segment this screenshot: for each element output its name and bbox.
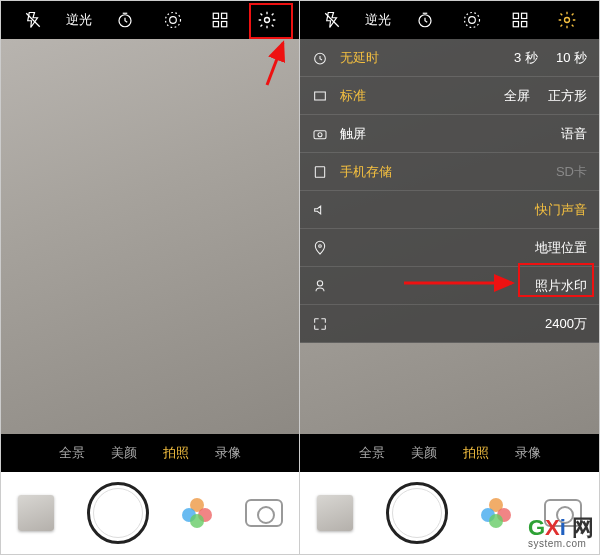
svg-rect-20	[315, 92, 326, 100]
timer-icon[interactable]	[411, 6, 439, 34]
svg-point-3	[165, 13, 180, 28]
mode-beauty[interactable]: 美颜	[111, 444, 137, 462]
location-icon	[308, 240, 332, 256]
settings-row-location[interactable]: 地理位置	[300, 229, 599, 267]
mode-video[interactable]: 录像	[515, 444, 541, 462]
aspect-grid-icon[interactable]	[206, 6, 234, 34]
svg-rect-6	[213, 22, 218, 27]
aspect-grid-icon[interactable]	[506, 6, 534, 34]
svg-point-18	[565, 18, 570, 23]
svg-point-25	[317, 280, 322, 285]
right-screenshot: 逆光 无延时 3 秒 10 秒 标准 全屏 正方形	[300, 0, 600, 555]
settings-gear-icon[interactable]	[253, 6, 281, 34]
aspect-option-full[interactable]: 全屏	[504, 87, 530, 105]
mode-video[interactable]: 录像	[215, 444, 241, 462]
settings-row-watermark[interactable]: 照片水印	[300, 267, 599, 305]
svg-point-13	[465, 13, 480, 28]
shutter-button[interactable]	[386, 482, 448, 544]
resolution-label: 2400万	[332, 315, 587, 333]
svg-point-24	[319, 244, 322, 247]
mode-photo[interactable]: 拍照	[163, 444, 189, 462]
storage-option-sd[interactable]: SD卡	[556, 163, 587, 181]
settings-row-storage[interactable]: 手机存储 SD卡	[300, 153, 599, 191]
settings-row-resolution[interactable]: 2400万	[300, 305, 599, 343]
flash-off-icon[interactable]	[318, 6, 346, 34]
svg-point-12	[469, 17, 476, 24]
resolution-icon	[308, 316, 332, 332]
camera-viewport	[1, 39, 299, 434]
aspect-option-square[interactable]: 正方形	[548, 87, 587, 105]
watermark-label: 照片水印	[332, 277, 587, 295]
settings-row-touch[interactable]: 触屏 语音	[300, 115, 599, 153]
filters-button[interactable]	[182, 498, 212, 528]
settings-panel: 无延时 3 秒 10 秒 标准 全屏 正方形 触屏 语音 手机存储	[300, 39, 599, 343]
live-photo-icon[interactable]	[159, 6, 187, 34]
storage-icon	[308, 164, 332, 180]
svg-rect-17	[521, 22, 526, 27]
mode-panorama[interactable]: 全景	[359, 444, 385, 462]
mode-photo[interactable]: 拍照	[463, 444, 489, 462]
wm-letter-x: X	[545, 515, 560, 540]
camera-top-bar: 逆光	[300, 1, 599, 39]
svg-rect-4	[213, 13, 218, 18]
svg-rect-5	[221, 13, 226, 18]
shutter-button[interactable]	[87, 482, 149, 544]
svg-point-2	[169, 17, 176, 24]
svg-rect-23	[315, 166, 324, 177]
mode-beauty[interactable]: 美颜	[411, 444, 437, 462]
svg-rect-14	[513, 13, 518, 18]
timer-option-3s[interactable]: 3 秒	[514, 49, 538, 67]
switch-camera-button[interactable]	[245, 499, 283, 527]
backlight-toggle[interactable]: 逆光	[66, 11, 92, 29]
live-photo-icon[interactable]	[458, 6, 486, 34]
touch-option-touch[interactable]: 触屏	[340, 125, 366, 143]
aspect-option-standard[interactable]: 标准	[340, 87, 366, 105]
svg-rect-15	[521, 13, 526, 18]
bottom-bar	[1, 472, 299, 554]
settings-row-aspect[interactable]: 标准 全屏 正方形	[300, 77, 599, 115]
site-watermark: GXi 网 system.com	[528, 517, 594, 549]
wm-letter-g: G	[528, 515, 545, 540]
touch-option-voice[interactable]: 语音	[561, 125, 587, 143]
settings-gear-icon[interactable]	[553, 6, 581, 34]
aspect-icon	[308, 88, 332, 104]
wm-letter-i: i	[560, 515, 566, 540]
wm-site-suffix: 网	[572, 515, 594, 540]
gallery-thumbnail[interactable]	[18, 495, 54, 531]
mode-bar: 全景 美颜 拍照 录像	[300, 434, 599, 472]
wm-subdomain: system.com	[528, 539, 594, 549]
filters-button[interactable]	[481, 498, 511, 528]
camera-top-bar: 逆光	[1, 1, 299, 39]
mode-bar: 全景 美颜 拍照 录像	[1, 434, 299, 472]
storage-option-phone[interactable]: 手机存储	[340, 163, 392, 181]
shutter-sound-label: 快门声音	[332, 201, 587, 219]
svg-point-8	[265, 18, 270, 23]
svg-rect-16	[513, 22, 518, 27]
flash-off-icon[interactable]	[19, 6, 47, 34]
settings-row-shutter-sound[interactable]: 快门声音	[300, 191, 599, 229]
left-screenshot: 逆光 全景 美颜 拍照 录像	[0, 0, 300, 555]
svg-rect-21	[314, 130, 326, 138]
svg-rect-7	[221, 22, 226, 27]
camera-icon	[308, 126, 332, 142]
timer-icon	[308, 50, 332, 66]
sound-icon	[308, 202, 332, 218]
watermark-icon	[308, 278, 332, 294]
gallery-thumbnail[interactable]	[317, 495, 353, 531]
settings-row-timer[interactable]: 无延时 3 秒 10 秒	[300, 39, 599, 77]
timer-option-10s[interactable]: 10 秒	[556, 49, 587, 67]
location-label: 地理位置	[332, 239, 587, 257]
timer-option-none[interactable]: 无延时	[340, 49, 379, 67]
mode-panorama[interactable]: 全景	[59, 444, 85, 462]
backlight-toggle[interactable]: 逆光	[365, 11, 391, 29]
timer-icon[interactable]	[111, 6, 139, 34]
svg-point-22	[318, 132, 322, 136]
